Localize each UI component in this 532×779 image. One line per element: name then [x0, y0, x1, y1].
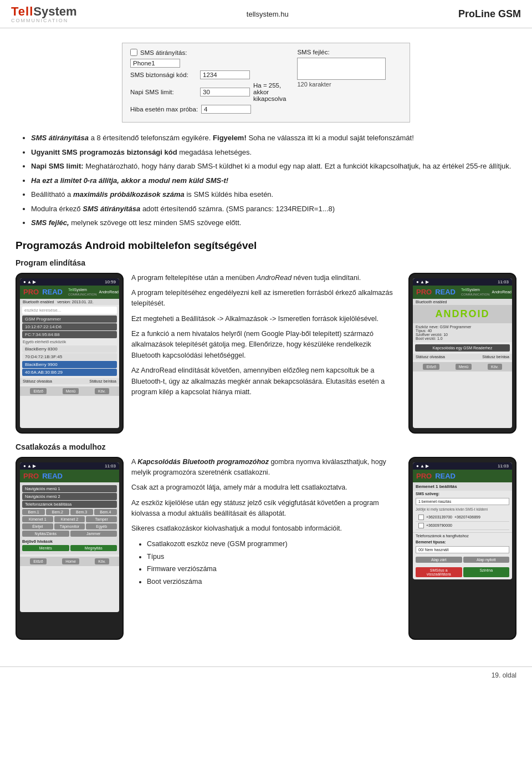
menu-btn[interactable]: Menü	[63, 388, 79, 394]
list-item: Ugyanitt SMS programozás biztonsági kód …	[31, 147, 516, 158]
logo-comm: COMMUNICATION	[11, 18, 77, 23]
sms-text-value[interactable]: 1 bemenet riasztás	[416, 498, 509, 505]
phone-bottom-bar-right: Előző Menü Köv.	[413, 362, 512, 371]
home-btn-nav[interactable]: Home	[62, 558, 79, 564]
input-type-value[interactable]: 00/ Nem használt	[416, 546, 509, 553]
prev-btn[interactable]: Előző	[30, 388, 47, 394]
nav-btn[interactable]: Bem.2	[46, 509, 69, 515]
phone-audio-label: Telefonszámok a hangfiváshoz	[413, 532, 512, 539]
menu-btn-r[interactable]: Menü	[456, 364, 472, 370]
list-item: BlackBerry 9900	[22, 361, 117, 368]
phone-status-bar: ● ▲ ▶ 10:59	[20, 278, 119, 286]
nav-btn[interactable]: Egyéb	[86, 523, 117, 529]
status-row: Státusz olvasása Státusz beírása	[20, 378, 119, 384]
logo: TellSystem COMMUNICATION	[11, 4, 77, 23]
text-p1: A program feltelepítése után a menüben A…	[131, 273, 401, 283]
list-item: Napi SMS limit: Meghatározható, hogy hán…	[31, 161, 516, 172]
siren-btn[interactable]: Sziréna	[463, 567, 510, 577]
phone-app-header-settings: PRO READ	[413, 470, 512, 482]
nav-btn[interactable]: Nyitás/Zárás	[22, 531, 69, 537]
csat-p2: Csak azt a programozót látja, amely már …	[131, 482, 401, 493]
condition-text: Ha = 255, akkor kikapcsolva	[253, 82, 286, 102]
android-logo: ANDROID	[416, 308, 509, 320]
nav-btn[interactable]: Bem.4	[94, 509, 117, 515]
nav-btn[interactable]: Életjel	[22, 523, 53, 529]
csatlakozas-text-col: A Kapcsolódás Bluetooth programozóhoz go…	[131, 457, 401, 640]
number-row-2: +36309790000	[416, 522, 509, 530]
nav-btn[interactable]: Kimenet 1	[22, 516, 53, 522]
nav-item[interactable]: Navigációs menü 2	[22, 493, 117, 500]
sub-list-item: Boot verziószáma	[147, 577, 401, 587]
phone-left-screenshot: ● ▲ ▶ 10:59 PRO READ TellSystem COMMUNIC…	[16, 273, 124, 434]
nav-btn[interactable]: Bem.3	[70, 509, 93, 515]
sms-redirect-checkbox[interactable]	[130, 49, 137, 56]
phone-right-screenshot: ● ▲ ▶ 11:03 PRO READ TellSystem COMMUNIC…	[408, 273, 516, 434]
sub-list-item: Firmware verziószáma	[147, 564, 401, 574]
prev-btn-r[interactable]: Előző	[423, 364, 439, 370]
phone-select[interactable]: Phone1	[130, 59, 180, 68]
nav-btn[interactable]: Bem.1	[22, 509, 45, 515]
base-open-btn[interactable]: Alap nyitott	[463, 557, 510, 563]
sms-text-label: SMS szöveg:	[413, 491, 512, 497]
status-row-right: Státusz olvasása Státusz beírása	[413, 354, 512, 360]
nav-btn[interactable]: Tápmonitor	[54, 523, 85, 529]
list-item: SMS fejléc, melynek szövege ott lesz min…	[31, 217, 516, 228]
nav-btn[interactable]: Tamper	[86, 516, 117, 522]
input-type-label: Bemenet típusa:	[413, 539, 512, 545]
phone-status-bar-nav: ● ▲ ▶ 11:03	[20, 462, 119, 470]
csat-sub-list: Csatlakozott eszköz neve (GSM programmer…	[131, 539, 401, 587]
page-footer: 19. oldal	[0, 666, 532, 684]
connect-btn[interactable]: Kapcsolódás egy GSM Readerhez	[415, 344, 510, 352]
list-item: Ha ezt a limitet 0-ra állítja, akkor a m…	[31, 175, 516, 186]
number-row-1: +36203139700 +36207436899	[416, 513, 509, 522]
main-content: SMS átirányítás: Phone1 SMS biztonsági k…	[0, 28, 532, 658]
max-try-label: Hiba esetén max próba:	[130, 106, 198, 113]
nav-item[interactable]: Telefonszámok beállítása	[22, 501, 117, 508]
next-btn-r[interactable]: Köv.	[488, 364, 502, 370]
nav-btn[interactable]: Jammer	[70, 531, 117, 537]
settings-btns-2: SMSílus a visszaállításra Sziréna	[413, 565, 512, 579]
save-btn[interactable]: Mentés	[22, 545, 69, 551]
settings-title: Bemenet 1 beállítás	[413, 482, 512, 491]
phone-app-header-nav: PRO READ	[20, 470, 119, 482]
nav-item[interactable]: Navigációs menü 1	[22, 485, 117, 492]
list-item: Beállítható a maximális próbálkozások sz…	[31, 189, 516, 200]
phone-bottom-bar: Előző Menü Köv.	[20, 386, 119, 396]
text-p2: A program telepítéséhez engedélyezni kel…	[131, 288, 401, 309]
phone-time-nav: 11:03	[105, 464, 116, 469]
other-devices-label: Egyéb elérhető eszközök	[20, 339, 119, 345]
sms-redirect-label: SMS átirányítás:	[140, 49, 187, 56]
csatlakozas-heading: Csatlakozás a modulhoz	[16, 442, 516, 451]
smsilus-btn[interactable]: SMSílus a visszaállításra	[416, 567, 462, 577]
list-item: FC:7:34:95:84:B8	[22, 331, 117, 338]
next-btn-nav[interactable]: Köv.	[95, 558, 109, 564]
list-item: 10:12:67:22:14:D6	[22, 323, 117, 330]
program-start-heading: Program elindítása	[16, 258, 516, 267]
sub-list-item: Csatlakozott eszköz neve (GSM programmer…	[147, 539, 401, 549]
number-checkbox[interactable]	[418, 515, 424, 520]
sms-header-label: SMS fejléc:	[297, 49, 402, 55]
next-btn[interactable]: Köv.	[95, 388, 109, 394]
csat-p1: A Kapcsolódás Bluetooth programozóhoz go…	[131, 457, 401, 478]
prev-btn-nav[interactable]: Előző	[30, 558, 47, 564]
open-btn[interactable]: Megnyitás	[70, 545, 117, 551]
app-name-right: AndroRead	[492, 290, 511, 294]
list-item: GSM Programmer	[22, 315, 117, 323]
sub-list-item: Típus	[147, 552, 401, 562]
daily-limit-value: 30	[200, 88, 250, 96]
logo-tell: Tell	[11, 4, 33, 19]
phone-search[interactable]: eszköz keresése...	[22, 307, 117, 314]
nav-btn[interactable]: Kimenet 2	[54, 516, 85, 522]
base-closed-btn[interactable]: Alap zárt	[416, 557, 462, 563]
csat-p3: Az eszköz kijelölése után egy státusz je…	[131, 498, 401, 520]
list-item: BlackBerry 8300	[22, 345, 117, 353]
security-value: 1234	[200, 70, 250, 79]
logo-system: System	[33, 4, 76, 19]
number-checkbox[interactable]	[418, 523, 424, 528]
csat-p4: Sikeres csatlakozáskor kiolvashatjuk a m…	[131, 523, 401, 534]
list-item: 40:6A:AB:30:B6:29	[22, 369, 117, 376]
phone-time-right: 11:03	[498, 279, 509, 284]
text-p4: Ez a funkció a nem hivatalos helyről (ne…	[131, 329, 401, 361]
csatlakozas-section: ● ▲ ▶ 11:03 PRO READ Navigációs menü 1 N…	[16, 457, 516, 640]
text-p3: Ezt megteheti a Beállítások -> Alkalmazá…	[131, 314, 401, 324]
